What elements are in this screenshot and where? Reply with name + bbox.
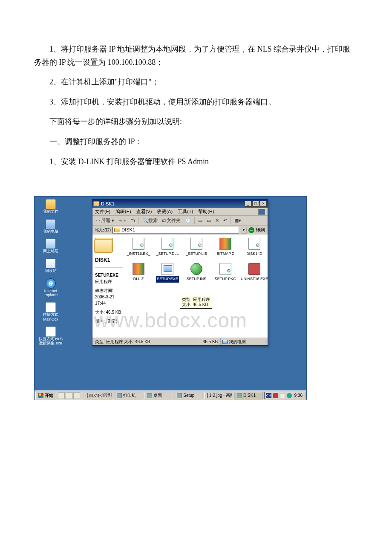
archive-icon bbox=[219, 238, 231, 250]
status-location: 我的电脑 bbox=[221, 338, 263, 345]
file-label: UNINST16.EXE bbox=[241, 276, 268, 282]
history-button[interactable]: 🕘 bbox=[184, 217, 192, 225]
delete-button[interactable]: ✕ bbox=[214, 217, 220, 225]
icon-label: 快捷方式 NLS 数据采集.exe bbox=[37, 337, 64, 346]
search-button[interactable]: 🔍搜索 bbox=[141, 217, 159, 225]
taskbar-button[interactable]: 打印机 bbox=[114, 392, 142, 399]
ins-icon bbox=[190, 263, 202, 275]
forward-button[interactable]: ➔ ▾ bbox=[118, 217, 127, 225]
taskbar-button[interactable]: 1-2.jpg - 画图 bbox=[204, 392, 232, 399]
maximize-button[interactable]: □ bbox=[252, 201, 259, 207]
tooltip-line2: 大小: 46.5 KB bbox=[182, 302, 210, 307]
desktop-icon-network[interactable]: 网上邻居 bbox=[37, 239, 64, 253]
desktop-icon-shortcut-mainocx[interactable]: 快捷方式 MainOcx bbox=[37, 302, 64, 321]
folder-icon bbox=[237, 393, 242, 398]
close-button[interactable]: × bbox=[260, 201, 267, 207]
tray-icon[interactable] bbox=[280, 393, 285, 398]
taskbar-button-active[interactable]: DISK1 bbox=[234, 392, 262, 399]
menu-help[interactable]: 帮助(H) bbox=[198, 208, 214, 216]
file-item[interactable]: _SETUP.LIB bbox=[185, 238, 208, 257]
window-titlebar[interactable]: DISK1 _ □ × bbox=[92, 199, 268, 208]
task-label: 1-2.jpg - 画图 bbox=[209, 392, 232, 399]
address-input[interactable]: DISK1 bbox=[112, 227, 239, 234]
tray-icon[interactable] bbox=[273, 393, 278, 398]
menu-tools[interactable]: 工具(T) bbox=[178, 208, 193, 216]
explorer-window: DISK1 _ □ × 文件(F) 编辑(E) 查看(V) 收藏(A) 工具(T… bbox=[92, 199, 268, 346]
moveto-button[interactable]: ▭ bbox=[197, 217, 203, 225]
desktop-icon-shortcut-nls[interactable]: 快捷方式 NLS 数据采集.exe bbox=[37, 327, 64, 346]
icon-label: 我的电脑 bbox=[43, 229, 58, 234]
file-tooltip: 类型: 应用程序 大小: 46.5 KB bbox=[180, 296, 212, 309]
folders-label: 文件夹 bbox=[167, 218, 181, 223]
windows-logo-icon bbox=[258, 209, 265, 215]
start-button[interactable]: 开始 bbox=[35, 392, 56, 399]
desktop-icon-ie[interactable]: e Internet Explorer bbox=[37, 278, 64, 298]
menu-file[interactable]: 文件(F) bbox=[95, 208, 110, 216]
screenshot-desktop: 我的文档 我的电脑 网上邻居 回收站 e Internet Explorer 快… bbox=[34, 196, 307, 400]
folder-icon bbox=[114, 228, 120, 232]
app-icon bbox=[207, 393, 208, 398]
file-list[interactable]: _INST16.EX_ _SETUP.DLL _SETUP.LIB BITMAP… bbox=[125, 234, 268, 338]
file-label: DISK1.ID bbox=[246, 251, 262, 257]
address-label: 地址(D) bbox=[95, 226, 111, 234]
file-item[interactable]: UNINST16.EXE bbox=[243, 263, 266, 282]
folders-button[interactable]: 🗂文件夹 bbox=[161, 217, 182, 225]
quick-launch-item[interactable] bbox=[73, 392, 80, 399]
go-icon: → bbox=[248, 227, 254, 233]
taskbar-button[interactable]: 自动化管理器 bbox=[84, 392, 112, 399]
resize-grip-icon[interactable]: ⋰ bbox=[263, 338, 268, 345]
file-item[interactable]: _INST16.EX_ bbox=[127, 238, 150, 257]
folder-icon bbox=[46, 199, 56, 209]
icon-label: 快捷方式 MainOcx bbox=[37, 312, 64, 321]
taskbar-clock[interactable]: 9:36 bbox=[294, 392, 303, 399]
desktop-icon-recycle[interactable]: 回收站 bbox=[37, 258, 64, 273]
views-button[interactable]: ▦▾ bbox=[233, 217, 242, 225]
minimize-button[interactable]: _ bbox=[245, 201, 251, 207]
uninstall-icon bbox=[248, 263, 260, 275]
selected-file-name: SETUP.EXE bbox=[95, 273, 118, 278]
paragraph-5: 一、调整打印服务器的 IP： bbox=[34, 135, 358, 148]
file-item[interactable]: _SETUP.DLL bbox=[156, 238, 179, 257]
file-item[interactable]: SETUP.INS bbox=[185, 263, 208, 282]
recycle-icon bbox=[46, 258, 56, 269]
tray-icon[interactable] bbox=[287, 393, 292, 398]
selected-file-type: 应用程序 bbox=[95, 278, 123, 285]
quick-launch-item[interactable] bbox=[66, 392, 72, 399]
folder-hero-icon bbox=[95, 238, 113, 252]
quick-launch-item[interactable] bbox=[58, 392, 65, 399]
undo-button[interactable]: ↶ bbox=[222, 217, 228, 225]
windows-flag-icon bbox=[38, 393, 43, 398]
task-label: 打印机 bbox=[123, 392, 136, 399]
taskbar-button[interactable]: 桌面 bbox=[144, 392, 172, 399]
file-label: _SETUP.LIB bbox=[186, 251, 207, 257]
address-dropdown[interactable]: ▼ bbox=[241, 227, 247, 234]
desktop-icon-mydocs[interactable]: 我的文档 bbox=[37, 199, 64, 214]
file-item[interactable]: DLL.Z bbox=[127, 263, 150, 282]
menu-view[interactable]: 查看(V) bbox=[136, 208, 152, 216]
size-label: 大小: bbox=[95, 310, 105, 315]
paragraph-2: 2、在计算机上添加"打印端口"； bbox=[34, 75, 358, 89]
task-label: 自动化管理器 bbox=[89, 392, 112, 399]
menu-favorites[interactable]: 收藏(A) bbox=[157, 208, 173, 216]
file-item[interactable]: DISK1.ID bbox=[243, 238, 266, 257]
file-item-selected[interactable]: SETUP.EXE bbox=[156, 263, 179, 282]
file-icon bbox=[190, 238, 202, 250]
copyto-button[interactable]: ▭ bbox=[206, 217, 212, 225]
menu-edit[interactable]: 编辑(E) bbox=[115, 208, 131, 216]
back-button[interactable]: ⇦ 后退 ▾ bbox=[95, 217, 115, 225]
desktop-icon-column: 我的文档 我的电脑 网上邻居 回收站 e Internet Explorer 快… bbox=[37, 199, 64, 350]
system-tray: CH 9:36 bbox=[264, 392, 306, 399]
go-button[interactable]: → 转到 bbox=[248, 226, 265, 234]
up-button[interactable]: 🗀 bbox=[130, 217, 136, 225]
icon-label: 网上邻居 bbox=[43, 249, 58, 253]
file-item[interactable]: SETUP.PKG bbox=[214, 263, 237, 282]
paragraph-6: 1、安装 D-LINK 打印服务器管理软件 PS Admin bbox=[34, 155, 358, 168]
file-item[interactable]: BITMAP.Z bbox=[214, 238, 237, 257]
app-icon bbox=[177, 393, 182, 398]
taskbar-button[interactable]: Setup bbox=[174, 392, 202, 399]
attr-value: (正常) bbox=[106, 319, 118, 324]
desktop-icon-mycomputer[interactable]: 我的电脑 bbox=[37, 219, 64, 234]
paragraph-1: 1、将打印服务器 IP 地址调整为本地网段，为了方便管理，在 NLS 综合录井仪… bbox=[34, 43, 358, 69]
file-label: SETUP.INS bbox=[187, 276, 206, 282]
ime-indicator[interactable]: CH bbox=[266, 393, 271, 398]
